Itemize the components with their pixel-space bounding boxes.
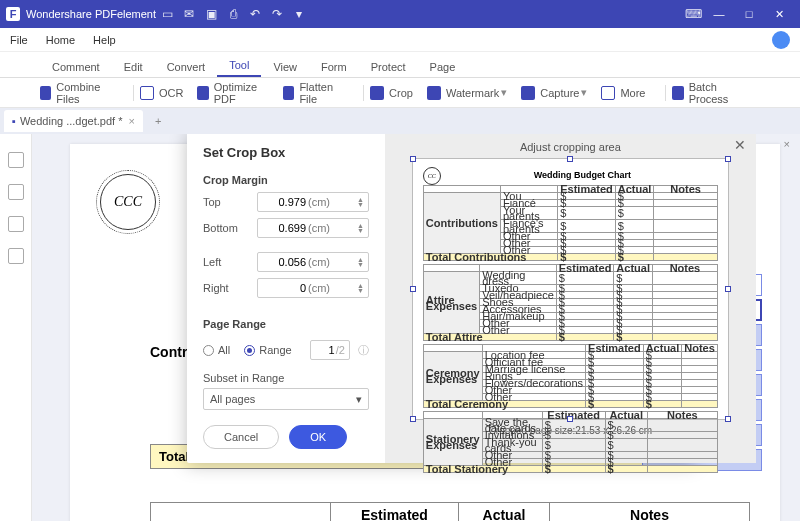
- app-title: Wondershare PDFelement: [26, 8, 156, 20]
- subset-select[interactable]: All pages▾: [203, 388, 369, 410]
- tab-close-icon[interactable]: ×: [128, 115, 134, 127]
- cancel-button[interactable]: Cancel: [203, 425, 279, 449]
- right-label: Right: [203, 282, 257, 294]
- budget-table: EstimatedActualNotes Wedding dress$$: [150, 502, 750, 521]
- handle-lm[interactable]: [410, 286, 416, 292]
- crop-preview-panel: ✕ Adjust cropping area CCWedding Budget …: [385, 134, 756, 463]
- capture-icon: [521, 86, 535, 100]
- ribbon-tabs: Comment Edit Convert Tool View Form Prot…: [0, 52, 800, 78]
- dropdown-icon[interactable]: ▾: [288, 3, 310, 25]
- watermark-icon: [427, 86, 441, 100]
- tab-view[interactable]: View: [261, 57, 309, 77]
- col-estimated: Estimated: [331, 503, 459, 522]
- crop-preview[interactable]: CCWedding Budget Chart EstimatedActualNo…: [413, 159, 728, 419]
- work-area: × CCC Contributio Total Contri Estimated…: [0, 134, 800, 521]
- combine-button[interactable]: Combine Files: [40, 81, 113, 105]
- title-bar: F Wondershare PDFelement ▭ ✉ ▣ ⎙ ↶ ↷ ▾ ⌨…: [0, 0, 800, 28]
- document-view[interactable]: × CCC Contributio Total Contri Estimated…: [32, 134, 800, 521]
- crop-icon: [370, 86, 384, 100]
- watermark-button[interactable]: Watermark▾: [427, 86, 507, 100]
- open-icon[interactable]: ▭: [156, 3, 178, 25]
- tab-page[interactable]: Page: [418, 57, 468, 77]
- combine-icon: [40, 86, 51, 100]
- cccs-logo-icon: CCC: [100, 174, 156, 230]
- chevron-down-icon: ▾: [356, 393, 362, 406]
- tab-comment[interactable]: Comment: [40, 57, 112, 77]
- document-tab-label: Wedding ...dget.pdf *: [20, 115, 123, 127]
- radio-all[interactable]: All: [203, 344, 230, 356]
- thumbnail-icon[interactable]: [8, 152, 24, 168]
- optimize-button[interactable]: Optimize PDF: [197, 81, 269, 105]
- mail-icon[interactable]: ✉: [178, 3, 200, 25]
- handle-tm[interactable]: [567, 156, 573, 162]
- redo-icon[interactable]: ↷: [266, 3, 288, 25]
- tab-tool[interactable]: Tool: [217, 55, 261, 77]
- handle-tl[interactable]: [410, 156, 416, 162]
- crop-button[interactable]: Crop: [370, 86, 413, 100]
- toolbar: Combine Files OCR Optimize PDF Flatten F…: [0, 78, 800, 108]
- ok-button[interactable]: OK: [289, 425, 347, 449]
- user-avatar-icon[interactable]: [772, 31, 790, 49]
- preview-logo-icon: CC: [423, 167, 441, 185]
- preview-title: Wedding Budget Chart: [447, 170, 718, 180]
- print-icon[interactable]: ⎙: [222, 3, 244, 25]
- document-tab-bar: ▪ Wedding ...dget.pdf * × +: [0, 108, 800, 134]
- menu-file[interactable]: File: [10, 34, 28, 46]
- tab-edit[interactable]: Edit: [112, 57, 155, 77]
- flatten-button[interactable]: Flatten File: [283, 81, 343, 105]
- col-notes: Notes: [550, 503, 750, 522]
- info-icon[interactable]: ⓘ: [358, 343, 369, 358]
- minimize-button[interactable]: —: [704, 0, 734, 28]
- save-icon[interactable]: ▣: [200, 3, 222, 25]
- panel-close-icon[interactable]: ×: [784, 138, 790, 150]
- menu-home[interactable]: Home: [46, 34, 75, 46]
- handle-rm[interactable]: [725, 286, 731, 292]
- flatten-icon: [283, 86, 294, 100]
- dialog-close-icon[interactable]: ✕: [734, 137, 746, 153]
- more-button[interactable]: More: [601, 86, 645, 100]
- app-logo-icon: F: [6, 7, 20, 21]
- tab-protect[interactable]: Protect: [359, 57, 418, 77]
- doc-icon: ▪: [12, 115, 16, 127]
- feedback-icon[interactable]: ⌨: [682, 3, 704, 25]
- adjust-label: Adjust cropping area: [399, 141, 742, 153]
- handle-br[interactable]: [725, 416, 731, 422]
- bookmark-icon[interactable]: [8, 184, 24, 200]
- bottom-label: Bottom: [203, 222, 257, 234]
- capture-button[interactable]: Capture▾: [521, 86, 587, 100]
- search-icon[interactable]: [8, 216, 24, 232]
- handle-bm[interactable]: [567, 416, 573, 422]
- left-input[interactable]: (cm)▲▼: [257, 252, 369, 272]
- left-sidebar: [0, 134, 32, 521]
- crop-margin-label: Crop Margin: [203, 174, 369, 186]
- tab-form[interactable]: Form: [309, 57, 359, 77]
- bottom-input[interactable]: (cm)▲▼: [257, 218, 369, 238]
- new-tab-button[interactable]: +: [149, 115, 167, 127]
- top-label: Top: [203, 196, 257, 208]
- menu-bar: File Home Help: [0, 28, 800, 52]
- handle-tr[interactable]: [725, 156, 731, 162]
- right-input[interactable]: (cm)▲▼: [257, 278, 369, 298]
- ocr-icon: [140, 86, 154, 100]
- batch-button[interactable]: Batch Process: [672, 81, 746, 105]
- dialog-title: Set Crop Box: [203, 145, 369, 160]
- close-button[interactable]: ✕: [764, 0, 794, 28]
- range-input[interactable]: /2: [310, 340, 350, 360]
- undo-icon[interactable]: ↶: [244, 3, 266, 25]
- left-label: Left: [203, 256, 257, 268]
- maximize-button[interactable]: □: [734, 0, 764, 28]
- crop-settings-panel: Set Crop Box Crop Margin Top(cm)▲▼ Botto…: [187, 134, 385, 463]
- top-input[interactable]: (cm)▲▼: [257, 192, 369, 212]
- handle-bl[interactable]: [410, 416, 416, 422]
- radio-range[interactable]: Range: [244, 344, 291, 356]
- menu-help[interactable]: Help: [93, 34, 116, 46]
- tab-convert[interactable]: Convert: [155, 57, 218, 77]
- page-range-label: Page Range: [203, 318, 369, 330]
- stepper-icon[interactable]: ▲▼: [357, 197, 364, 207]
- attachment-icon[interactable]: [8, 248, 24, 264]
- optimize-icon: [197, 86, 208, 100]
- preview-content: EstimatedActualNotesContributionsYou$$Fi…: [423, 185, 718, 473]
- crop-dialog: Set Crop Box Crop Margin Top(cm)▲▼ Botto…: [187, 134, 695, 463]
- ocr-button[interactable]: OCR: [140, 86, 183, 100]
- document-tab[interactable]: ▪ Wedding ...dget.pdf * ×: [4, 110, 143, 132]
